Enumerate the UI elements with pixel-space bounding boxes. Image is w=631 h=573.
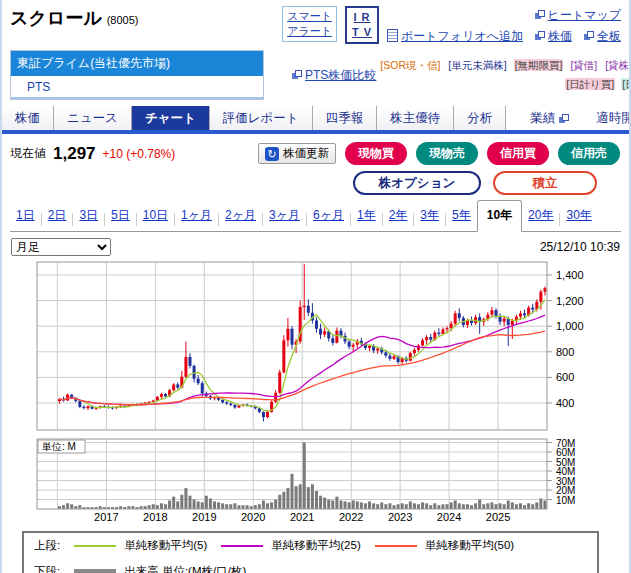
badge-sor: [SOR現・信] [379,59,441,71]
add-to-portfolio-link[interactable]: ポートフォリオへ追加 [387,28,523,45]
badge-row-2: [日計り買] [日計り売] [376,75,631,94]
svg-text:2020: 2020 [241,511,265,523]
svg-text:2022: 2022 [339,511,363,523]
svg-text:2021: 2021 [290,511,314,523]
ir-tv-line1[interactable]: I R [353,11,370,23]
badge-daytrade-buy: [日計り買] [565,78,615,90]
svg-text:2025: 2025 [486,511,510,523]
legend-upper-row: 上段: 単純移動平均(5) 単純移動平均(25) 単純移動平均(50) [34,538,587,553]
chart-svg: 1,4001,2001,00080060040070M60M50M40M30M2… [10,258,623,524]
stock-option-button[interactable]: 株オプション [353,171,481,195]
stock-title-block: スクロール(8005) [10,6,138,45]
trade-buttons: ↻株価更新 現物買 現物売 信用買 信用売 [258,142,620,165]
range-1d[interactable]: 1日 [10,207,41,231]
sell-cash-button[interactable]: 現物売 [416,142,478,165]
badge-daytrade-sell: [日計り売] [621,78,631,90]
svg-text:1,000: 1,000 [556,320,584,332]
svg-text:400: 400 [556,397,574,409]
badge-open-ended-buy: [無期限買] [514,59,564,71]
range-20y[interactable]: 20年 [522,207,559,231]
refresh-quote-button[interactable]: ↻株価更新 [258,143,336,164]
quote-timestamp: 25/12/10 10:39 [540,240,620,254]
market-row: 東証プライム(当社優先市場) PTS PTS株価比較 [SOR現・信] [単元未… [2,45,629,106]
range-2m[interactable]: 2ヶ月 [219,207,262,231]
ma50-swatch [375,545,417,547]
range-10y-active[interactable]: 10年 [477,200,522,232]
range-2y[interactable]: 2年 [383,207,414,231]
range-30y[interactable]: 30年 [560,207,597,231]
zenban-link[interactable]: 全板 [584,28,621,45]
range-3d[interactable]: 3日 [73,207,104,231]
range-5y[interactable]: 5年 [446,207,477,231]
range-3m[interactable]: 3ヶ月 [263,207,306,231]
badge-kashikabu: [貸株] [604,59,631,71]
market-item-pts[interactable]: PTS [11,76,263,99]
smart-alert-line2[interactable]: アラート [287,25,332,37]
legend-lower-row: 下段: 出来高 単位:(M株/口/枚) [34,564,587,573]
range-3y[interactable]: 3年 [414,207,445,231]
stock-name: スクロール [10,8,102,28]
chart-legend: 上段: 単純移動平均(5) 単純移動平均(25) 単純移動平均(50) 下段: … [22,531,599,573]
tab-tekijikaiji-external[interactable]: 適時開示 [596,106,631,130]
refresh-icon: ↻ [265,147,279,161]
current-price-value: 1,297 [53,144,96,164]
buy-cash-button[interactable]: 現物買 [345,142,407,165]
attribute-badges: [SOR現・信] [単元未満株] [無期限買] [貸借] [貸株] [NISA]… [376,53,631,98]
svg-text:2023: 2023 [388,511,412,523]
ir-tv-line2[interactable]: T V [352,26,372,38]
tab-news[interactable]: ニュース [54,106,132,130]
page-header: スクロール(8005) スマート アラート I R T V ヒートマップ ポート… [2,0,629,45]
badge-lines: [SOR現・信] [単元未満株] [無期限買] [貸借] [貸株] [NISA]… [376,56,631,94]
svg-text:600: 600 [556,371,574,383]
svg-text:2024: 2024 [437,511,461,523]
volume-swatch [74,569,116,573]
svg-text:2019: 2019 [192,511,216,523]
current-price-label: 現在値 [10,145,46,162]
window-icon [535,10,545,19]
range-6m[interactable]: 6ヶ月 [307,207,350,231]
tsumitate-button[interactable]: 積立 [493,171,597,195]
tab-chart[interactable]: チャート [132,106,210,130]
window-icon [292,70,302,79]
badge-row-1: [SOR現・信] [単元未満株] [無期限買] [貸借] [貸株] [NISA] [376,56,631,75]
quote-row: 現在値 1,297 +10 (+0.78%) ↻株価更新 現物買 現物売 信用買… [2,134,629,168]
svg-text:10M: 10M [556,495,575,506]
heatmap-link[interactable]: ヒートマップ [535,7,621,24]
range-2d[interactable]: 2日 [42,207,73,231]
svg-text:800: 800 [556,346,574,358]
smart-alert-line1[interactable]: スマート [287,10,332,22]
chart-range-bar: 1日 2日 3日 5日 10日 1ヶ月 2ヶ月 3ヶ月 6ヶ月 1年 2年 3年… [10,204,621,232]
stock-chart-page: スクロール(8005) スマート アラート I R T V ヒートマップ ポート… [0,0,631,573]
range-1m[interactable]: 1ヶ月 [175,207,218,231]
market-item-tse-prime[interactable]: 東証プライム(当社優先市場) [11,51,263,76]
tab-yutai[interactable]: 株主優待 [377,106,454,130]
badge-taishaku: [貸借] [569,59,598,71]
svg-text:2017: 2017 [94,511,118,523]
legend-lower-label: 下段: [34,564,60,573]
tab-kabuka[interactable]: 株価 [2,106,54,130]
range-10d[interactable]: 10日 [137,207,174,231]
range-1y[interactable]: 1年 [351,207,382,231]
badge-fractional: [単元未満株] [447,59,507,71]
ir-tv-button[interactable]: I R T V [345,6,379,44]
period-select[interactable]: 月足 [11,238,111,256]
svg-text:1,200: 1,200 [556,295,584,307]
price-change: +10 (+0.78%) [103,147,176,161]
range-5d[interactable]: 5日 [105,207,136,231]
chart-area: 1,4001,2001,00080060040070M60M50M40M30M2… [2,258,629,528]
header-link-rows: ヒートマップ ポートフォリオへ追加 株価 全板 [387,6,621,45]
tab-bunseki[interactable]: 分析 [454,106,506,130]
pts-compare-link[interactable]: PTS株価比較 [292,67,376,84]
tab-shikiho[interactable]: 四季報 [313,106,378,130]
tab-report[interactable]: 評価レポート [210,106,313,130]
buy-margin-button[interactable]: 信用買 [487,142,549,165]
tab-gyoseki-external[interactable]: 業績 [530,106,572,130]
stock-price-link[interactable]: 株価 [535,28,572,45]
legend-upper-label: 上段: [34,538,60,553]
chart-controls: 月足 25/12/10 10:39 [2,232,629,258]
sell-margin-button[interactable]: 信用売 [558,142,620,165]
header-actions: スマート アラート I R T V ヒートマップ ポートフォリオへ追加 株価 全… [282,6,621,45]
smart-alert-button[interactable]: スマート アラート [282,6,337,42]
legend-ma5-label: 単純移動平均(5) [124,538,207,553]
svg-text:1,400: 1,400 [556,269,584,281]
